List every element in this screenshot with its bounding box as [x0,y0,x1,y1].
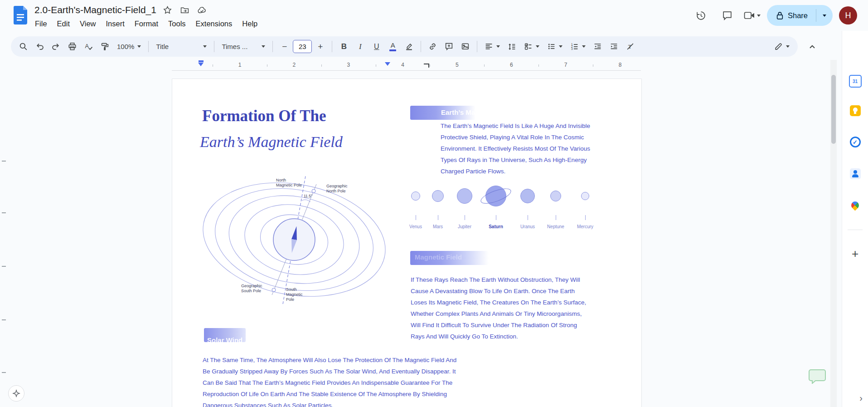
explore-button[interactable] [8,385,24,402]
planet-tick [496,215,496,220]
checklist-icon [524,42,533,51]
paragraph-1[interactable]: The Earth’s Magnetic Field Is Like A Hug… [441,120,591,177]
highlight-color-icon[interactable] [401,39,417,54]
style-value: Title [156,43,169,50]
editing-mode-select[interactable] [771,39,793,54]
planet-circle [457,188,472,204]
account-avatar[interactable]: H [839,6,857,25]
spell-check-icon[interactable]: A [81,39,97,54]
section-heading-bar-1[interactable]: Earth’s Magnetic Field [410,106,475,120]
bold-button[interactable]: B [336,39,352,54]
checklist-select[interactable] [520,39,543,54]
calendar-icon[interactable]: 31 [849,75,862,88]
planet-label: Neptune [547,224,564,229]
increase-font-size-button[interactable]: + [312,39,328,54]
document-page[interactable]: Formation Of The Earth’s Magnetic Field … [172,78,642,407]
menu-item-view[interactable]: View [75,18,101,29]
menu-item-edit[interactable]: Edit [52,18,75,29]
chevron-down-icon [137,45,141,48]
menu-item-file[interactable]: File [30,18,52,29]
section-heading-bar-2[interactable]: Magnetic Field [410,251,489,265]
maps-icon[interactable] [849,199,862,211]
menu-item-format[interactable]: Format [130,18,163,29]
numbered-list-select[interactable]: 1 2 3 [567,39,589,54]
menu-item-insert[interactable]: Insert [101,18,130,29]
hide-menus-button[interactable] [804,38,821,55]
search-menus-icon[interactable] [15,39,31,54]
planet-tick [556,215,556,220]
paint-format-icon[interactable] [97,39,113,54]
move-folder-icon[interactable] [179,4,191,16]
avatar-letter: H [845,11,851,20]
increase-indent-icon[interactable] [606,39,622,54]
menu-item-extensions[interactable]: Extensions [191,18,238,29]
vertical-ruler-mark [2,266,6,267]
toolbar-separator [421,41,421,52]
cloud-saved-icon[interactable] [196,4,208,16]
print-icon[interactable] [64,39,80,54]
planet-circle [550,191,561,201]
tasks-icon[interactable]: ✓ [849,136,862,148]
underline-button[interactable]: U [369,39,384,54]
toolbar-separator [148,41,149,52]
scrollbar-thumb[interactable] [831,75,836,144]
chevron-down-icon [786,45,790,48]
ruler-tick [538,64,539,67]
planet-circle [485,186,506,206]
redo-icon[interactable] [48,39,64,54]
chevron-down-icon [559,45,563,48]
document-heading-line2[interactable]: Earth’s Magnetic Field [200,133,343,151]
paragraph-2[interactable]: If These Rays Reach The Earth Without Ob… [411,274,592,342]
first-line-indent-marker[interactable] [199,60,204,62]
clear-formatting-icon[interactable]: T [622,39,638,54]
planet-circle [432,190,444,202]
chevron-down-icon[interactable] [757,15,761,17]
undo-icon[interactable] [32,39,48,54]
align-select[interactable] [481,39,504,54]
text-color-button[interactable]: A [385,39,401,54]
planet-circle [411,191,420,201]
share-label: Share [788,11,808,20]
italic-button[interactable]: I [352,39,368,54]
insert-image-icon[interactable] [457,39,473,54]
left-indent-marker[interactable] [198,63,204,66]
ruler-tick [213,64,213,67]
decrease-font-size-button[interactable]: − [276,39,292,54]
menu-item-tools[interactable]: Tools [163,18,191,29]
zoom-select[interactable]: 100% [113,39,145,54]
join-call-control[interactable] [744,11,761,20]
document-title[interactable]: 2.0-Earth's-Magnetic-Field_1 [34,5,156,15]
menu-item-help[interactable]: Help [237,18,262,29]
share-button[interactable]: Share [767,5,833,26]
comments-icon[interactable] [718,5,737,25]
get-addons-button[interactable]: + [852,248,858,260]
styles-select[interactable]: Title [152,39,210,54]
insert-link-icon[interactable] [425,39,441,54]
document-heading-line1[interactable]: Formation Of The [202,107,326,125]
column-marker[interactable] [385,62,390,66]
bulleted-list-icon [547,42,556,51]
expand-side-panel-chevron[interactable]: › [859,393,863,403]
keep-icon[interactable] [849,104,862,117]
add-comment-icon[interactable] [441,39,457,54]
paragraph-3[interactable]: At The Same Time, The Atmosphere Will Al… [203,354,459,407]
font-size-input[interactable] [293,40,312,53]
chat-bubble-button[interactable] [809,368,826,384]
planet-label: Saturn [489,224,503,229]
horizontal-ruler[interactable]: 12345678 [172,60,641,71]
google-docs-logo-icon[interactable] [14,6,27,25]
share-dropdown[interactable] [816,15,833,17]
tab-stop-marker[interactable] [424,64,429,68]
numbered-list-icon: 1 2 3 [570,42,579,51]
section-heading-bar-3[interactable]: Solar Wind [204,328,246,342]
decrease-indent-icon[interactable] [590,39,606,54]
version-history-icon[interactable] [691,5,711,25]
line-spacing-icon[interactable] [504,39,520,54]
font-select[interactable]: Times ... [218,39,269,54]
star-icon[interactable] [162,4,174,16]
vertical-ruler-mark [2,372,6,373]
bulleted-list-select[interactable] [543,39,566,54]
vertical-ruler-mark [2,212,6,213]
ruler-number: 7 [564,62,567,68]
contacts-icon[interactable] [849,167,862,180]
